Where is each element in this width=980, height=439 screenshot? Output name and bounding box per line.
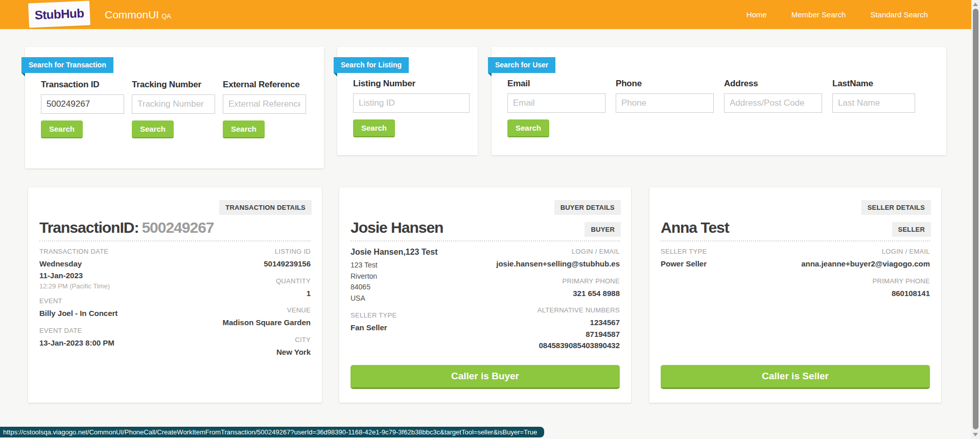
dotted-separator (351, 240, 620, 241)
email-label: Email (507, 79, 616, 89)
external-reference-input[interactable] (223, 94, 306, 114)
buyer-login-label: LOGIN / EMAIL (496, 248, 620, 255)
tracking-number-search-button[interactable]: Search (132, 120, 174, 138)
tracking-number-label: Tracking Number (132, 80, 223, 90)
venue-label: VENUE (222, 306, 311, 314)
header-nav: Home Member Search Standard Search (746, 0, 928, 29)
phone-label: Phone (616, 79, 724, 89)
seller-role-badge: SELLER (892, 222, 931, 237)
buyer-contact-name: Josie Hansen,123 Test (351, 248, 437, 257)
listing-number-column: Listing Number Search (353, 79, 444, 137)
event-value: Billy Joel - In Concert (39, 308, 118, 320)
scroll-down-icon[interactable] (973, 433, 978, 436)
event-label: EVENT (39, 297, 118, 305)
search-user-fields: Email Search Phone Address LastName (492, 47, 946, 137)
stubhub-logo[interactable]: StubHub (28, 1, 90, 28)
buyer-login-value: josie.hansen+selling@stubhub.es (496, 258, 620, 270)
buyer-address-line: 84065 (351, 282, 437, 293)
listing-search-button[interactable]: Search (353, 119, 395, 137)
buyer-primary-phone-value: 321 654 8988 (496, 288, 620, 300)
transaction-date-label: TRANSACTION DATE (39, 248, 118, 255)
app-title: CommonUI QA (105, 0, 171, 29)
transaction-id-title-label: TransactionID: (39, 219, 138, 236)
nav-member-search[interactable]: Member Search (791, 10, 846, 19)
tracking-number-column: Tracking Number Search (132, 80, 223, 138)
status-url-bar: https://cstoolsqa.viagogo.net/CommonUI/P… (0, 427, 544, 437)
transaction-date-date: 11-Jan-2023 (39, 270, 118, 282)
seller-login-label: LOGIN / EMAIL (801, 248, 930, 255)
email-column: Email Search (507, 79, 616, 137)
buyer-details-columns: Josie Hansen,123 Test 123 Test Riverton … (351, 248, 620, 352)
scroll-up-icon[interactable] (973, 3, 978, 6)
seller-primary-phone-label: PRIMARY PHONE (801, 277, 930, 285)
tracking-number-input[interactable] (132, 94, 215, 114)
transaction-details-columns: TRANSACTION DATE Wednesday 11-Jan-2023 1… (39, 248, 311, 358)
buyer-seller-type-label: SELLER TYPE (351, 311, 437, 319)
transaction-date-time: 12:29 PM (Pacific Time) (39, 282, 118, 290)
transaction-id-label: Transaction ID (41, 80, 132, 90)
transaction-id-title-value: 500249267 (142, 219, 214, 236)
search-transaction-panel: Search for Transaction Transaction ID Se… (25, 47, 324, 168)
search-transaction-ribbon: Search for Transaction (21, 57, 113, 73)
page: StubHub CommonUI QA Home Member Search S… (0, 0, 980, 439)
phone-column: Phone (616, 79, 724, 137)
seller-type-label: SELLER TYPE (661, 248, 707, 255)
seller-name: Anna Test (661, 219, 729, 236)
seller-details-columns: SELLER TYPE Power Seller LOGIN / EMAIL a… (661, 248, 930, 299)
transaction-id-search-button[interactable]: Search (41, 120, 83, 138)
buyer-alt-number: 0845839085403890432 (496, 340, 620, 352)
caller-is-buyer-button[interactable]: Caller is Buyer (351, 365, 620, 389)
external-reference-search-button[interactable]: Search (223, 120, 265, 138)
transaction-card-title: TransactionID:500249267 (39, 219, 214, 236)
seller-type-value: Power Seller (661, 258, 707, 270)
scrollbar-thumb[interactable] (973, 9, 978, 429)
transaction-id-column: Transaction ID Search (41, 80, 132, 138)
buyer-alt-number: 1234567 (496, 317, 620, 329)
city-value: New York (222, 347, 311, 358)
lastname-label: LastName (832, 79, 919, 89)
external-reference-label: External Reference (223, 80, 314, 90)
address-input[interactable] (724, 93, 822, 113)
buyer-address-line: Riverton (351, 271, 437, 282)
nav-standard-search[interactable]: Standard Search (870, 10, 928, 19)
buyer-address-line: 123 Test (351, 260, 437, 271)
buyer-name: Josie Hansen (351, 219, 443, 236)
listing-id-value: 50149239156 (222, 258, 311, 270)
transaction-details-card: TRANSACTION DETAILS TransactionID:500249… (28, 187, 322, 403)
address-label: Address (724, 79, 832, 89)
transaction-left-column: TRANSACTION DATE Wednesday 11-Jan-2023 1… (39, 248, 118, 358)
transaction-details-badge: TRANSACTION DETAILS (219, 200, 312, 215)
seller-login-value: anna.jeanne+buyer2@viagogo.com (801, 258, 930, 270)
dotted-separator (39, 240, 311, 241)
search-listing-ribbon: Search for Listing (334, 57, 409, 73)
event-date-value: 13-Jan-2023 8:00 PM (39, 337, 118, 349)
listing-id-label: LISTING ID (222, 248, 311, 255)
quantity-label: QUANTITY (222, 277, 311, 285)
seller-details-card: SELLER DETAILS Anna Test SELLER SELLER T… (649, 187, 941, 403)
caller-is-seller-button[interactable]: Caller is Seller (661, 365, 930, 389)
search-user-panel: Search for User Email Search Phone Addre… (492, 47, 946, 155)
buyer-details-badge: BUYER DETAILS (554, 200, 621, 215)
seller-right-column: LOGIN / EMAIL anna.jeanne+buyer2@viagogo… (801, 248, 930, 299)
external-reference-column: External Reference Search (223, 80, 314, 138)
nav-home[interactable]: Home (746, 10, 767, 19)
seller-details-badge: SELLER DETAILS (861, 200, 931, 215)
user-search-button[interactable]: Search (507, 119, 549, 137)
buyer-role-badge: BUYER (585, 222, 621, 237)
seller-left-column: SELLER TYPE Power Seller (661, 248, 707, 299)
vertical-scrollbar[interactable] (971, 0, 980, 439)
search-listing-panel: Search for Listing Listing Number Search (337, 47, 478, 155)
transaction-id-input[interactable] (41, 94, 124, 114)
city-label: CITY (222, 336, 311, 344)
listing-number-input[interactable] (353, 93, 470, 113)
buyer-right-column: LOGIN / EMAIL josie.hansen+selling@stubh… (496, 248, 620, 352)
buyer-left-column: Josie Hansen,123 Test 123 Test Riverton … (351, 248, 437, 352)
dotted-separator (661, 240, 930, 241)
top-navbar: StubHub CommonUI QA Home Member Search S… (0, 0, 971, 29)
lastname-input[interactable] (832, 93, 915, 113)
app-title-env: QA (161, 12, 171, 20)
email-input[interactable] (507, 93, 605, 113)
phone-input[interactable] (616, 93, 714, 113)
listing-number-label: Listing Number (353, 79, 444, 89)
buyer-address-line: USA (351, 293, 437, 304)
